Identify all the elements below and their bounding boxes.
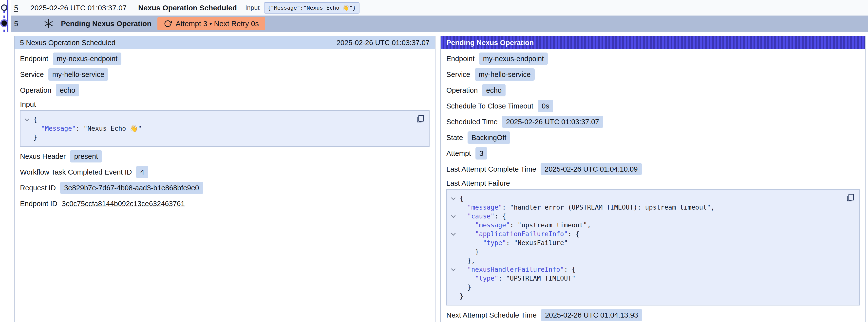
stct-badge: 0s	[538, 100, 553, 112]
code-text: "applicationFailureInfo": {	[460, 229, 579, 238]
wtce-id-badge: 4	[136, 166, 148, 178]
open-circle-node-icon	[1, 4, 7, 11]
code-text: "type": "UPSTREAM_TIMEOUT"	[460, 274, 576, 283]
field-endpoint-id: Endpoint ID 3c0c75ccfa8144b092c13ce63246…	[20, 197, 430, 210]
field-request-id: Request ID 3e829b7e-7d67-4b08-aad3-b1e86…	[20, 182, 430, 194]
field-workflow-task-completed-event-id: Workflow Task Completed Event ID 4	[20, 166, 430, 178]
copy-button[interactable]	[845, 193, 855, 202]
event-input-chip[interactable]: {"Message":"Nexus Echo 👋"}	[264, 2, 360, 13]
code-line: "applicationFailureInfo": {	[447, 229, 842, 238]
code-text: }	[33, 133, 37, 142]
field-last-attempt-failure-label: Last Attempt Failure	[446, 179, 860, 188]
field-nexus-header: Nexus Header present	[20, 150, 430, 162]
code-gutter	[447, 229, 460, 238]
field-endpoint: Endpoint my-nexus-endpoint	[20, 53, 430, 65]
input-json-viewer: { "Message": "Nexus Echo 👋"}	[20, 110, 430, 147]
code-text: {	[460, 194, 464, 203]
code-gutter	[447, 212, 460, 221]
code-text: }	[460, 283, 471, 292]
code-line: }	[21, 133, 412, 142]
code-line: }	[447, 292, 842, 300]
code-gutter	[21, 115, 33, 124]
code-line: {	[21, 115, 412, 124]
field-operation: Operation echo	[446, 84, 860, 96]
endpoint-id-link[interactable]: 3c0c75ccfa8144b092c13ce632463761	[62, 200, 185, 208]
field-attempt: Attempt 3	[446, 147, 860, 160]
chevron-down-icon[interactable]	[451, 266, 456, 271]
chevron-down-icon[interactable]	[25, 117, 29, 121]
event-id-link[interactable]: 5	[14, 4, 18, 12]
scheduled-time-badge: 2025-02-26 UTC 01:03:37.07	[502, 116, 603, 128]
nexus-header-badge: present	[70, 150, 102, 162]
service-value-badge: my-hello-service	[49, 68, 108, 80]
code-text: "message": "handler error (UPSTREAM_TIME…	[460, 203, 715, 212]
code-gutter	[447, 194, 460, 203]
code-gutter	[447, 265, 460, 274]
code-line: "Message": "Nexus Echo 👋"	[21, 124, 412, 133]
code-line: "message": "upstream timeout",	[447, 221, 842, 229]
code-line: {	[447, 194, 842, 203]
code-gutter	[21, 124, 33, 133]
code-line: "cause": {	[447, 212, 842, 221]
field-last-attempt-complete-time: Last Attempt Complete Time 2025-02-26 UT…	[446, 163, 860, 175]
event-detail-panel: 5 Nexus Operation Scheduled 2025-02-26 U…	[14, 36, 435, 322]
code-text: {	[33, 115, 37, 124]
field-service: Service my-hello-service	[20, 68, 430, 80]
failure-json-viewer: { "message": "handler error (UPSTREAM_TI…	[446, 189, 860, 305]
filled-circle-node-icon	[1, 21, 7, 26]
code-line: "message": "handler error (UPSTREAM_TIME…	[447, 203, 842, 212]
chevron-down-icon[interactable]	[451, 195, 456, 200]
pending-detail-panel: Pending Nexus Operation Endpoint my-nexu…	[440, 36, 866, 322]
code-gutter	[21, 133, 33, 142]
event-title: Nexus Operation Scheduled	[138, 4, 237, 12]
event-time: 2025-02-26 UTC 01:03:37.07	[30, 4, 138, 12]
chevron-down-icon[interactable]	[451, 231, 456, 235]
code-text: "Message": "Nexus Echo 👋"	[33, 124, 142, 133]
pending-detail-header: Pending Nexus Operation	[441, 36, 865, 49]
request-id-badge: 3e829b7e-7d67-4b08-aad3-b1e868bfe9e0	[60, 182, 203, 194]
code-gutter	[447, 238, 460, 247]
code-gutter	[447, 274, 460, 283]
code-line: "nexusHandlerFailureInfo": {	[447, 265, 842, 274]
event-input-label: Input	[245, 4, 259, 11]
field-state: State BackingOff	[446, 131, 860, 144]
event-detail-header: 5 Nexus Operation Scheduled 2025-02-26 U…	[14, 36, 435, 49]
field-input-label: Input	[20, 100, 430, 109]
code-line: "type": "NexusFailure"	[447, 238, 842, 247]
pending-operation-row[interactable]: 5 Pending Nexus Operation Attempt 3 • Ne…	[11, 15, 868, 32]
copy-icon	[845, 193, 855, 202]
code-line: },	[447, 256, 842, 265]
pending-detail-title: Pending Nexus Operation	[446, 39, 534, 47]
copy-button[interactable]	[415, 114, 425, 124]
code-gutter	[447, 203, 460, 212]
timeline-accent-bar	[7, 0, 8, 32]
event-row-scheduled[interactable]: 5 2025-02-26 UTC 01:03:37.07 Nexus Opera…	[11, 0, 868, 15]
retry-status-badge: Attempt 3 • Next Retry 0s	[157, 17, 265, 30]
code-text: }	[460, 247, 479, 256]
code-gutter	[447, 247, 460, 256]
code-gutter	[447, 256, 460, 265]
code-gutter	[447, 292, 460, 300]
field-operation: Operation echo	[20, 84, 430, 96]
field-endpoint: Endpoint my-nexus-endpoint	[446, 53, 860, 65]
event-detail-title: 5 Nexus Operation Scheduled	[20, 39, 116, 47]
code-text: "message": "upstream timeout",	[460, 221, 591, 229]
copy-icon	[415, 114, 425, 124]
chevron-down-icon[interactable]	[451, 213, 456, 218]
rotate-cw-icon	[164, 20, 172, 28]
field-scheduled-time: Scheduled Time 2025-02-26 UTC 01:03:37.0…	[446, 116, 860, 128]
code-text: "nexusHandlerFailureInfo": {	[460, 265, 576, 274]
event-detail-time: 2025-02-26 UTC 01:03:37.07	[337, 39, 430, 47]
state-badge: BackingOff	[468, 131, 510, 144]
field-schedule-to-close-timeout: Schedule To Close Timeout 0s	[446, 100, 860, 112]
pending-id-link[interactable]: 5	[14, 20, 18, 28]
asterisk-icon	[44, 19, 54, 29]
code-gutter	[447, 283, 460, 292]
code-text: }	[460, 292, 464, 300]
field-service: Service my-hello-service	[446, 68, 860, 80]
field-next-attempt-schedule-time: Next Attempt Schedule Time 2025-02-26 UT…	[446, 309, 860, 321]
attempt-badge: 3	[475, 147, 487, 160]
code-text: },	[460, 256, 475, 265]
endpoint-value-badge: my-nexus-endpoint	[53, 53, 122, 65]
operation-value-badge: echo	[56, 84, 79, 96]
